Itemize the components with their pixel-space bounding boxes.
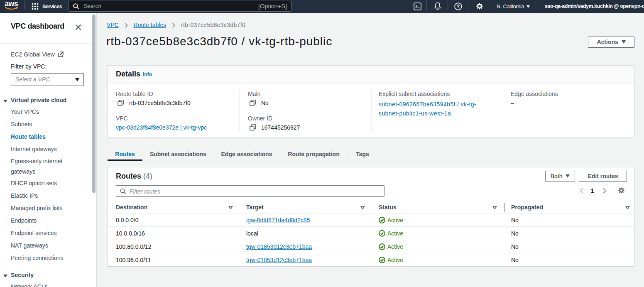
svg-text:?: ? bbox=[457, 4, 460, 10]
